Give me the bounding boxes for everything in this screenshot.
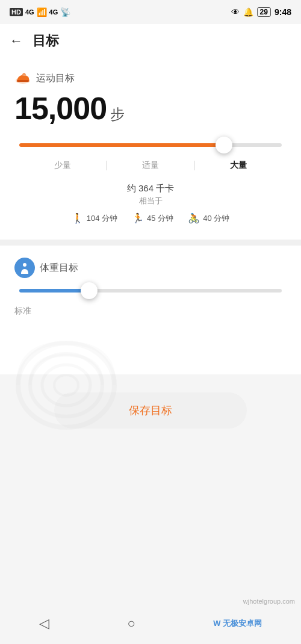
goal-number: 15,000 [14, 90, 107, 126]
walk-time: 104 分钟 [87, 213, 117, 224]
signal-4g-1: 4G [25, 8, 34, 16]
bottom-nav: ◁ ○ W 无极安卓网 [0, 608, 301, 644]
page-title: 目标 [33, 32, 59, 50]
signal-4g-2: 4G [49, 8, 58, 16]
body-icon [14, 258, 35, 278]
walk-icon: 🚶 [72, 212, 84, 224]
body-slider[interactable] [19, 289, 282, 293]
exercise-label-row: 运动目标 [14, 70, 287, 87]
body-label-row: 体重目标 [14, 258, 287, 278]
bike-time: 40 分钟 [203, 213, 229, 224]
clock: 9:48 [275, 7, 291, 17]
goal-value-row: 15,000 步 [14, 90, 287, 126]
run-time: 45 分钟 [147, 213, 173, 224]
signal-bars-icon: 📶 [37, 7, 47, 17]
status-right: 👁 🔔 29 9:48 [231, 7, 291, 17]
back-nav-button[interactable]: ◁ [27, 611, 61, 636]
svg-rect-1 [17, 80, 29, 82]
status-bar: HD 4G 📶 4G 📡 👁 🔔 29 9:48 [0, 0, 301, 24]
activity-bike: 🚴 40 分钟 [188, 212, 229, 224]
home-nav-button[interactable]: ○ [115, 611, 147, 636]
label-high: 大量 [194, 160, 282, 171]
wifi-icon: 📡 [60, 7, 70, 17]
main-content: 运动目标 15,000 步 少量 适量 大量 约 364 千卡 相当于 🚶 10… [0, 58, 301, 374]
status-left: HD 4G 📶 4G 📡 [10, 7, 70, 17]
body-section: 体重目标 标准 [0, 246, 301, 326]
exercise-slider[interactable] [19, 143, 282, 147]
nav-header: ← 目标 [0, 24, 301, 58]
label-low: 少量 [19, 160, 107, 171]
body-slider-container[interactable] [14, 282, 287, 300]
activity-row: 🚶 104 分钟 🏃 45 分钟 🚴 40 分钟 [14, 212, 287, 224]
battery-level: 29 [257, 7, 271, 17]
exercise-section-title: 运动目标 [36, 72, 75, 85]
section-divider [0, 240, 301, 246]
exercise-section: 运动目标 15,000 步 少量 适量 大量 约 364 千卡 相当于 🚶 10… [0, 58, 301, 240]
watermark-text: wjhotelgroup.com [243, 598, 295, 605]
calorie-desc: 相当于 [14, 196, 287, 206]
bell-icon: 🔔 [243, 7, 253, 17]
shoe-icon [14, 70, 31, 87]
activity-walk: 🚶 104 分钟 [72, 212, 117, 224]
save-button[interactable]: 保存目标 [54, 392, 247, 429]
eye-icon: 👁 [231, 7, 240, 17]
label-mid: 适量 [107, 160, 194, 171]
bike-icon: 🚴 [188, 212, 200, 224]
network-type: HD [10, 8, 23, 16]
body-section-title: 体重目标 [40, 262, 78, 274]
exercise-slider-container[interactable] [14, 138, 287, 149]
empty-space [0, 326, 301, 374]
activity-run: 🏃 45 分钟 [132, 212, 173, 224]
calorie-section: 约 364 千卡 相当于 🚶 104 分钟 🏃 45 分钟 🚴 40 分钟 [14, 181, 287, 230]
brand-nav: W 无极安卓网 [201, 613, 274, 634]
back-button[interactable]: ← [10, 33, 23, 49]
exercise-labels-row: 少量 适量 大量 [14, 155, 287, 171]
run-icon: 🏃 [132, 212, 144, 224]
standard-label: 标准 [14, 306, 287, 317]
goal-unit: 步 [110, 105, 125, 124]
save-area: 保存目标 [0, 374, 301, 447]
calorie-value: 约 364 千卡 [14, 183, 287, 194]
svg-point-2 [23, 263, 26, 267]
watermark: wjhotelgroup.com [243, 598, 295, 605]
